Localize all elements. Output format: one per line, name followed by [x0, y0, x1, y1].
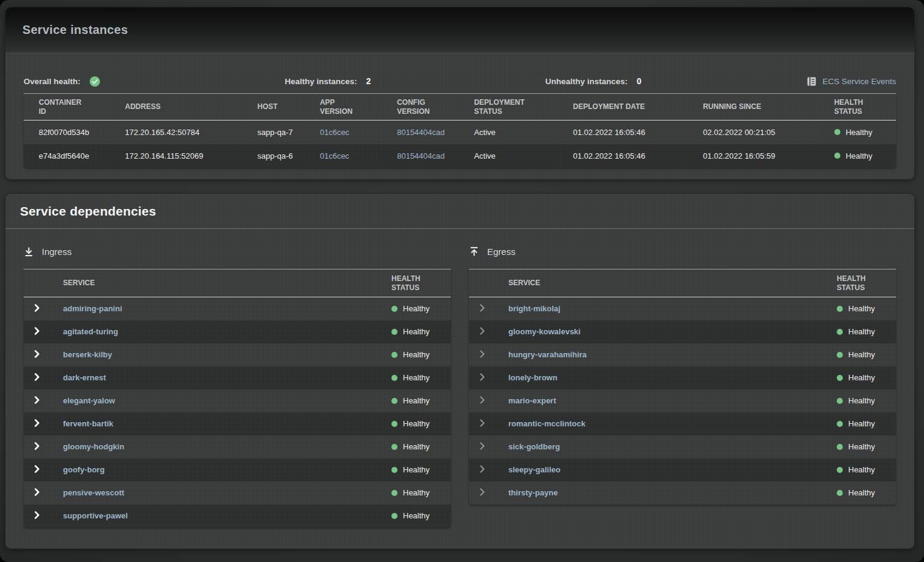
running-since-cell: 01.02.2022 16:05:59 — [688, 144, 819, 168]
service-link[interactable]: dark-ernest — [63, 373, 106, 382]
service-link[interactable]: fervent-bartik — [63, 419, 113, 428]
service-link[interactable]: gloomy-kowalevski — [508, 327, 580, 336]
health-status-cell: Healthy — [382, 297, 451, 320]
service-link[interactable]: supportive-pawel — [63, 511, 128, 520]
expand-cell[interactable] — [469, 343, 499, 366]
expand-cell[interactable] — [24, 320, 54, 343]
expand-cell[interactable] — [24, 481, 54, 504]
service-link[interactable]: gloomy-hodgkin — [63, 442, 124, 451]
ingress-service-row[interactable]: agitated-turing Healthy — [24, 320, 451, 343]
expand-cell[interactable] — [24, 504, 54, 527]
dashboard-page: Service instances Overall health: Health… — [0, 0, 924, 562]
chevron-right-icon[interactable] — [35, 419, 40, 427]
chevron-right-icon[interactable] — [35, 442, 40, 450]
expand-cell[interactable] — [469, 481, 499, 504]
app-version-link[interactable]: 01c6cec — [320, 128, 349, 137]
service-link[interactable]: lonely-brown — [508, 373, 557, 382]
config-version-link[interactable]: 80154404cad — [397, 151, 445, 160]
app-version-link[interactable]: 01c6cec — [320, 151, 349, 160]
health-label: Healthy — [403, 350, 430, 359]
expand-cell[interactable] — [24, 343, 54, 366]
col-health-status: HEALTH STATUS — [828, 269, 896, 297]
health-label: Healthy — [846, 128, 872, 137]
service-link[interactable]: agitated-turing — [63, 327, 118, 336]
expand-cell[interactable] — [24, 297, 54, 320]
service-link[interactable]: elegant-yalow — [63, 396, 115, 405]
expand-cell[interactable] — [24, 412, 54, 435]
service-link[interactable]: pensive-wescott — [63, 488, 124, 497]
service-link[interactable]: thirsty-payne — [508, 488, 558, 497]
ingress-service-row[interactable]: gloomy-hodgkin Healthy — [24, 435, 451, 458]
expand-cell[interactable] — [469, 320, 499, 343]
egress-service-row[interactable]: mario-expert Healthy — [469, 389, 896, 412]
config-version-link[interactable]: 80154404cad — [397, 128, 445, 137]
chevron-right-icon[interactable] — [35, 396, 40, 404]
service-link[interactable]: sick-goldberg — [508, 442, 560, 451]
health-label: Healthy — [403, 511, 430, 520]
chevron-right-icon[interactable] — [35, 488, 40, 496]
dependencies-title: Service dependencies — [20, 204, 156, 219]
ingress-service-row[interactable]: berserk-kilby Healthy — [24, 343, 451, 366]
ingress-service-row[interactable]: fervent-bartik Healthy — [24, 412, 451, 435]
egress-service-row[interactable]: bright-mikolaj Healthy — [469, 297, 896, 320]
egress-service-row[interactable]: thirsty-payne Healthy — [469, 481, 896, 504]
col-deployment-date: DEPLOYMENT DATE — [558, 94, 688, 121]
ecs-service-events-link[interactable]: ECS Service Events — [806, 76, 896, 87]
chevron-right-icon[interactable] — [35, 511, 40, 519]
service-link[interactable]: admiring-panini — [63, 304, 122, 313]
chevron-right-icon[interactable] — [480, 488, 485, 496]
egress-label: Egress — [487, 246, 516, 257]
ingress-section: Ingress SERVICE HEALTH STATUS — [24, 245, 451, 527]
chevron-right-icon[interactable] — [35, 350, 40, 358]
chevron-right-icon[interactable] — [480, 327, 485, 335]
chevron-right-icon[interactable] — [480, 350, 485, 358]
chevron-right-icon[interactable] — [480, 419, 485, 427]
egress-service-row[interactable]: gloomy-kowalevski Healthy — [469, 320, 896, 343]
expand-cell[interactable] — [24, 435, 54, 458]
expand-cell[interactable] — [469, 389, 499, 412]
egress-service-row[interactable]: hungry-varahamihira Healthy — [469, 343, 896, 366]
expand-cell[interactable] — [24, 389, 54, 412]
chevron-right-icon[interactable] — [35, 465, 40, 473]
ingress-service-row[interactable]: dark-ernest Healthy — [24, 366, 451, 389]
col-health-status: HEALTH STATUS — [382, 269, 451, 297]
expand-cell[interactable] — [24, 458, 54, 481]
expand-cell[interactable] — [469, 435, 499, 458]
service-link[interactable]: sleepy-galileo — [508, 465, 560, 474]
chevron-right-icon[interactable] — [480, 373, 485, 381]
ingress-service-row[interactable]: supportive-pawel Healthy — [24, 504, 451, 527]
egress-service-row[interactable]: lonely-brown Healthy — [469, 366, 896, 389]
service-link[interactable]: mario-expert — [508, 396, 556, 405]
expand-cell[interactable] — [469, 412, 499, 435]
egress-service-row[interactable]: sleepy-galileo Healthy — [469, 458, 896, 481]
expand-cell[interactable] — [469, 458, 499, 481]
service-link[interactable]: berserk-kilby — [63, 350, 112, 359]
service-link[interactable]: hungry-varahamihira — [508, 350, 587, 359]
ingress-service-row[interactable]: goofy-borg Healthy — [24, 458, 451, 481]
healthy-instances-count: 2 — [366, 76, 371, 86]
service-link[interactable]: bright-mikolaj — [508, 304, 560, 313]
ingress-service-row[interactable]: admiring-panini Healthy — [24, 297, 451, 320]
chevron-right-icon[interactable] — [35, 373, 40, 381]
check-circle-icon — [89, 76, 101, 87]
egress-service-row[interactable]: romantic-mcclintock Healthy — [469, 412, 896, 435]
col-expand — [24, 269, 54, 297]
health-label: Healthy — [848, 373, 875, 382]
expand-cell[interactable] — [469, 297, 499, 320]
chevron-right-icon[interactable] — [35, 304, 40, 312]
service-link[interactable]: romantic-mcclintock — [508, 419, 585, 428]
chevron-right-icon[interactable] — [480, 396, 485, 404]
expand-cell[interactable] — [469, 366, 499, 389]
egress-service-row[interactable]: sick-goldberg Healthy — [469, 435, 896, 458]
service-cell: berserk-kilby — [54, 343, 382, 366]
chevron-right-icon[interactable] — [480, 465, 485, 473]
chevron-right-icon[interactable] — [480, 304, 485, 312]
expand-cell[interactable] — [24, 366, 54, 389]
chevron-right-icon[interactable] — [35, 327, 40, 335]
ingress-table-body: admiring-panini Healthy — [24, 297, 451, 527]
service-link[interactable]: goofy-borg — [63, 465, 105, 474]
ingress-service-row[interactable]: elegant-yalow Healthy — [24, 389, 451, 412]
ingress-service-row[interactable]: pensive-wescott Healthy — [24, 481, 451, 504]
chevron-right-icon[interactable] — [480, 442, 485, 450]
health-label: Healthy — [848, 419, 875, 428]
